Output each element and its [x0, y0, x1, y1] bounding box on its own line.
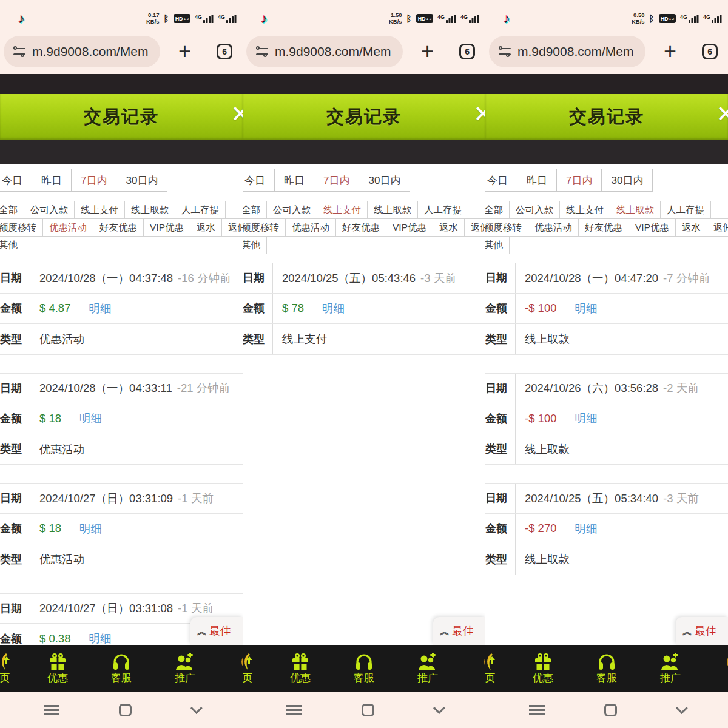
close-icon[interactable]: ✕	[716, 103, 728, 126]
home-icon[interactable]	[604, 704, 617, 716]
category-tab[interactable]: 全部	[0, 201, 24, 219]
category-tab[interactable]: 优惠活动	[42, 218, 93, 237]
category-tab[interactable]: 额度移转	[485, 218, 528, 237]
new-tab-button[interactable]: +	[421, 41, 434, 62]
site-settings-icon[interactable]	[256, 47, 268, 56]
best-line-toast[interactable]: 《 最佳	[433, 617, 485, 645]
detail-link[interactable]: 明细	[89, 631, 111, 645]
category-tab[interactable]: 其他	[243, 236, 267, 254]
home-icon[interactable]	[119, 704, 132, 716]
date-tab-7日内[interactable]: 7日内	[314, 169, 359, 192]
nav-item-partial-right[interactable]	[226, 650, 243, 673]
back-chevron-icon[interactable]	[433, 702, 445, 714]
category-tab[interactable]: 返佣	[464, 218, 485, 237]
nav-item-partial-right[interactable]	[468, 650, 485, 673]
nav-item-home-partial[interactable]: 页	[485, 650, 513, 683]
category-tab[interactable]: 人工存提	[417, 201, 468, 219]
nav-item-support[interactable]: 客服	[584, 650, 630, 683]
site-settings-icon[interactable]	[13, 47, 25, 56]
close-icon[interactable]: ✕	[473, 103, 485, 126]
category-tab[interactable]: 好友优惠	[335, 218, 386, 237]
category-tab[interactable]: 线上支付	[74, 201, 125, 219]
detail-link[interactable]: 明细	[79, 411, 102, 426]
category-tab[interactable]: VIP优惠	[386, 218, 433, 237]
date-tab-今日[interactable]: 今日	[243, 169, 275, 192]
category-tab[interactable]: 返佣	[221, 218, 243, 237]
category-tab[interactable]: 公司入款	[266, 201, 317, 219]
nav-item-promos[interactable]: 优惠	[520, 650, 566, 683]
category-tab[interactable]: 返水	[190, 218, 222, 237]
category-tab[interactable]: 线上支付	[559, 201, 610, 219]
category-tab[interactable]: 全部	[485, 201, 510, 219]
detail-link[interactable]: 明细	[575, 521, 597, 536]
close-icon[interactable]: ✕	[231, 103, 243, 126]
date-tab-昨日[interactable]: 昨日	[274, 169, 314, 192]
category-tab[interactable]: 优惠活动	[528, 218, 579, 237]
category-tab[interactable]: 好友优惠	[93, 218, 144, 237]
category-tab[interactable]: 好友优惠	[578, 218, 629, 237]
category-tab[interactable]: 线上取款	[367, 201, 418, 219]
nav-item-referral[interactable]: 推广	[647, 650, 693, 683]
nav-item-partial-right[interactable]	[711, 650, 728, 673]
date-tab-今日[interactable]: 今日	[0, 169, 32, 192]
nav-item-support[interactable]: 客服	[98, 650, 144, 683]
date-tab-7日内[interactable]: 7日内	[556, 169, 602, 192]
address-bar[interactable]: m.9d9008.com/Mem	[4, 36, 160, 67]
back-chevron-icon[interactable]	[676, 702, 688, 714]
back-chevron-icon[interactable]	[190, 702, 203, 714]
category-tab[interactable]: 返水	[675, 218, 707, 237]
category-tab[interactable]: 公司入款	[509, 201, 560, 219]
tab-switcher-button[interactable]: 6	[217, 44, 232, 59]
date-tab-昨日[interactable]: 昨日	[32, 169, 72, 192]
new-tab-button[interactable]: +	[178, 41, 191, 62]
best-line-toast[interactable]: 《 最佳	[676, 617, 728, 645]
address-bar[interactable]: m.9d9008.com/Mem	[489, 36, 645, 67]
recents-menu-icon[interactable]	[44, 705, 59, 715]
date-tab-30日内[interactable]: 30日内	[359, 169, 410, 192]
category-tab[interactable]: 额度移转	[0, 218, 43, 237]
category-tab[interactable]: 线上支付	[317, 201, 368, 219]
nav-item-home-partial[interactable]: 页	[243, 650, 271, 683]
nav-item-referral[interactable]: 推广	[162, 650, 208, 683]
best-line-toast[interactable]: 《 最佳	[190, 617, 243, 645]
nav-item-referral[interactable]: 推广	[405, 650, 451, 683]
nav-item-promos[interactable]: 优惠	[277, 650, 323, 683]
date-tab-昨日[interactable]: 昨日	[517, 169, 557, 192]
record-relative-time: -3 天前	[663, 491, 699, 506]
category-tab[interactable]: 公司入款	[24, 201, 75, 219]
category-tab[interactable]: 人工存提	[660, 201, 711, 219]
detail-link[interactable]: 明细	[79, 521, 102, 536]
detail-link[interactable]: 明细	[575, 411, 597, 426]
category-tab[interactable]: 优惠活动	[285, 218, 336, 237]
category-tab[interactable]: 返佣	[707, 218, 728, 237]
site-settings-icon[interactable]	[499, 47, 511, 56]
category-tab[interactable]: 其他	[485, 236, 510, 254]
nav-item-promos[interactable]: 优惠	[35, 650, 81, 683]
date-tab-7日内[interactable]: 7日内	[71, 169, 116, 192]
nav-item-home-partial[interactable]: 页	[0, 650, 28, 683]
category-tab[interactable]: 人工存提	[175, 201, 226, 219]
recents-menu-icon[interactable]	[529, 705, 545, 715]
date-tab-30日内[interactable]: 30日内	[116, 169, 167, 192]
category-tab[interactable]: VIP优惠	[143, 218, 190, 237]
category-tab[interactable]: 线上取款	[610, 201, 661, 219]
tab-switcher-button[interactable]: 6	[702, 44, 718, 59]
nav-item-support[interactable]: 客服	[341, 650, 387, 683]
category-tab[interactable]: VIP优惠	[629, 218, 676, 237]
category-tab[interactable]: 其他	[0, 236, 24, 254]
date-tab-今日[interactable]: 今日	[485, 169, 517, 192]
record-amount-row: 金额 $ 18明细	[0, 514, 243, 545]
category-tab[interactable]: 返水	[433, 218, 465, 237]
category-tab[interactable]: 线上取款	[124, 201, 175, 219]
category-tab[interactable]: 额度移转	[243, 218, 286, 237]
recents-menu-icon[interactable]	[286, 705, 302, 715]
address-bar[interactable]: m.9d9008.com/Mem	[246, 36, 403, 67]
home-icon[interactable]	[362, 704, 374, 716]
tab-switcher-button[interactable]: 6	[459, 44, 475, 59]
detail-link[interactable]: 明细	[322, 301, 345, 316]
date-tab-30日内[interactable]: 30日内	[601, 169, 653, 192]
detail-link[interactable]: 明细	[575, 301, 597, 316]
category-tab[interactable]: 全部	[243, 201, 267, 219]
detail-link[interactable]: 明细	[89, 301, 111, 316]
new-tab-button[interactable]: +	[664, 41, 676, 62]
